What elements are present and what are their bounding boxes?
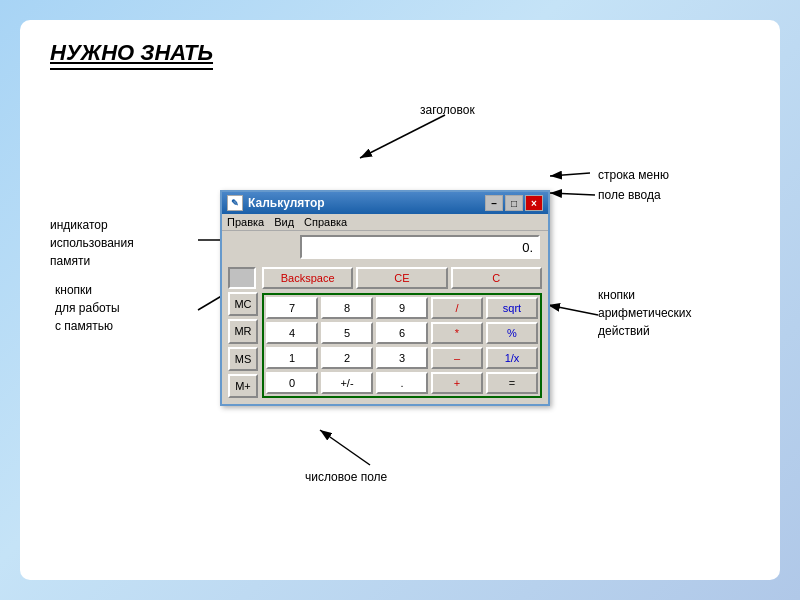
btn-6[interactable]: 6 xyxy=(376,322,428,344)
calculator-window: ✎ Калькулятор – □ × Правка Вид Справка 0… xyxy=(220,190,550,406)
annotation-zagolovok: заголовок xyxy=(420,100,475,118)
menu-pravka[interactable]: Правка xyxy=(227,216,264,228)
display-area: 0. xyxy=(222,231,548,263)
btn-divide[interactable]: / xyxy=(431,297,483,319)
mc-button[interactable]: MC xyxy=(228,292,258,316)
menubar: Правка Вид Справка xyxy=(222,214,548,231)
display-value: 0. xyxy=(522,240,533,255)
close-button[interactable]: × xyxy=(525,195,543,211)
annotation-stroka-menu: строка меню xyxy=(598,165,669,183)
svg-line-3 xyxy=(550,193,595,195)
numpad-wrapper: 7 8 9 / sqrt 4 5 6 * % xyxy=(262,293,542,398)
ms-button[interactable]: MS xyxy=(228,347,258,371)
menu-vid[interactable]: Вид xyxy=(274,216,294,228)
btn-minus[interactable]: – xyxy=(431,347,483,369)
svg-line-6 xyxy=(320,430,370,465)
btn-equals[interactable]: = xyxy=(486,372,538,394)
mr-button[interactable]: MR xyxy=(228,319,258,343)
main-card: НУЖНО ЗНАТЬ xyxy=(20,20,780,580)
btn-4[interactable]: 4 xyxy=(266,322,318,344)
ce-button[interactable]: CE xyxy=(356,267,447,289)
mplus-button[interactable]: M+ xyxy=(228,374,258,398)
svg-line-7 xyxy=(548,305,598,315)
btn-0[interactable]: 0 xyxy=(266,372,318,394)
numpad-row-4: 0 +/- . + = xyxy=(266,372,538,394)
btn-plus[interactable]: + xyxy=(431,372,483,394)
backspace-button[interactable]: Backspace xyxy=(262,267,353,289)
btn-8[interactable]: 8 xyxy=(321,297,373,319)
c-button[interactable]: C xyxy=(451,267,542,289)
btn-1[interactable]: 1 xyxy=(266,347,318,369)
calc-body: MC MR MS M+ Backspace CE C xyxy=(222,263,548,404)
annotation-knopki-arifm: кнопкиарифметическихдействий xyxy=(598,285,758,340)
titlebar-title: Калькулятор xyxy=(248,196,485,210)
titlebar-buttons: – □ × xyxy=(485,195,543,211)
svg-line-2 xyxy=(550,173,590,176)
numpad-row-1: 7 8 9 / sqrt xyxy=(266,297,538,319)
memory-indicator xyxy=(228,267,256,289)
btn-sqrt[interactable]: sqrt xyxy=(486,297,538,319)
maximize-button[interactable]: □ xyxy=(505,195,523,211)
page-title: НУЖНО ЗНАТЬ xyxy=(50,40,213,70)
titlebar-icon: ✎ xyxy=(227,195,243,211)
btn-9[interactable]: 9 xyxy=(376,297,428,319)
btn-sign[interactable]: +/- xyxy=(321,372,373,394)
numpad-row-3: 1 2 3 – 1/x xyxy=(266,347,538,369)
display-field[interactable]: 0. xyxy=(300,235,540,259)
btn-percent[interactable]: % xyxy=(486,322,538,344)
annotation-knopki-pamyat: кнопкидля работыс памятью xyxy=(55,280,195,335)
svg-line-1 xyxy=(360,115,445,158)
memory-column: MC MR MS M+ xyxy=(228,267,258,398)
btn-reciprocal[interactable]: 1/x xyxy=(486,347,538,369)
menu-spravka[interactable]: Справка xyxy=(304,216,347,228)
annotation-pole-vvoda: поле ввода xyxy=(598,185,661,203)
btn-7[interactable]: 7 xyxy=(266,297,318,319)
btn-decimal[interactable]: . xyxy=(376,372,428,394)
btn-2[interactable]: 2 xyxy=(321,347,373,369)
titlebar: ✎ Калькулятор – □ × xyxy=(222,192,548,214)
top-button-row: Backspace CE C xyxy=(262,267,542,289)
annotation-indikator: индикаториспользованияпамяти xyxy=(50,215,195,270)
annotation-chislovoe-pole: числовое поле xyxy=(305,467,387,485)
numpad-row-2: 4 5 6 * % xyxy=(266,322,538,344)
minimize-button[interactable]: – xyxy=(485,195,503,211)
btn-5[interactable]: 5 xyxy=(321,322,373,344)
btn-multiply[interactable]: * xyxy=(431,322,483,344)
btn-3[interactable]: 3 xyxy=(376,347,428,369)
